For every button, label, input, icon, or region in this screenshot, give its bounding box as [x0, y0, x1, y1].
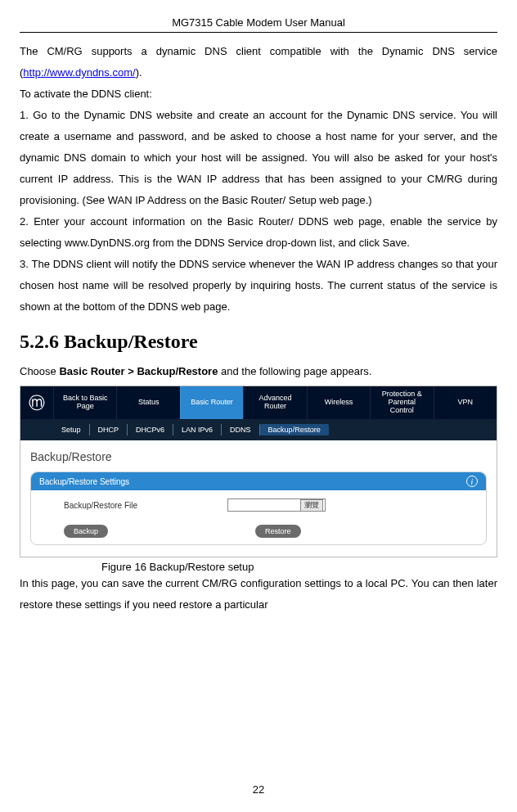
file-row-label: Backup/Restore File [64, 501, 227, 510]
figure-caption: Figure 16 Backup/Restore setup [101, 561, 497, 573]
page-number: 22 [0, 783, 517, 796]
choose-line: Choose Basic Router > Backup/Restore and… [20, 361, 497, 382]
settings-panel: Backup/Restore Settings i Backup/Restore… [30, 471, 487, 545]
dyndns-link[interactable]: http://www.dyndns.com/ [23, 66, 135, 79]
panel-header-label: Backup/Restore Settings [39, 477, 129, 486]
breadcrumb-bold: Basic Router > Backup/Restore [59, 365, 218, 377]
info-icon[interactable]: i [466, 476, 478, 487]
subnav-lanipv6[interactable]: LAN IPv6 [173, 424, 222, 435]
text-seg: Choose [20, 365, 59, 377]
panel-header: Backup/Restore Settings i [31, 472, 486, 490]
paragraph-step1: 1. Go to the Dynamic DNS website and cre… [20, 105, 497, 211]
subnav-dhcp[interactable]: DHCP [90, 424, 128, 435]
nav-back-to-basic[interactable]: Back to Basic Page [53, 386, 116, 419]
file-row: Backup/Restore File 瀏覽 [31, 490, 486, 520]
top-nav: ⓜ Back to Basic Page Status Basic Router… [20, 386, 497, 419]
sub-nav: Setup DHCP DHCPv6 LAN IPv6 DDNS Backup/R… [20, 419, 497, 440]
subnav-ddns[interactable]: DDNS [222, 424, 260, 435]
nav-wireless[interactable]: Wireless [307, 386, 370, 419]
panel-footer: Backup Restore [31, 520, 486, 544]
text-seg: and the following page appears. [218, 365, 371, 377]
restore-button[interactable]: Restore [255, 525, 301, 538]
file-input[interactable]: 瀏覽 [227, 498, 326, 512]
paragraph-step3: 3. The DDNS client will notify the DDNS … [20, 254, 497, 318]
nav-status[interactable]: Status [116, 386, 179, 419]
router-ui-screenshot: ⓜ Back to Basic Page Status Basic Router… [20, 386, 497, 557]
backup-button[interactable]: Backup [64, 525, 108, 538]
subnav-setup[interactable]: Setup [53, 424, 90, 435]
motorola-logo-icon: ⓜ [20, 386, 53, 419]
subnav-backup-restore[interactable]: Backup/Restore [260, 424, 329, 435]
paragraph-step2: 2. Enter your account information on the… [20, 211, 497, 254]
section-heading: 5.2.6 Backup/Restore [20, 331, 497, 353]
panel-page-title: Backup/Restore [30, 450, 487, 463]
nav-vpn[interactable]: VPN [434, 386, 497, 419]
paragraph-after-figure: In this page, you can save the current C… [20, 573, 497, 616]
text-seg: ). [136, 66, 142, 79]
nav-protection[interactable]: Protection & Parental Control [370, 386, 433, 419]
subnav-dhcpv6[interactable]: DHCPv6 [128, 424, 173, 435]
page-header: MG7315 Cable Modem User Manual [20, 16, 497, 33]
paragraph-activate: To activate the DDNS client: [20, 83, 497, 105]
nav-advanced-router[interactable]: Advanced Router [243, 386, 306, 419]
browse-button[interactable]: 瀏覽 [300, 499, 323, 512]
paragraph-ddns-intro: The CM/RG supports a dynamic DNS client … [20, 41, 497, 83]
nav-basic-router[interactable]: Basic Router [180, 386, 243, 419]
